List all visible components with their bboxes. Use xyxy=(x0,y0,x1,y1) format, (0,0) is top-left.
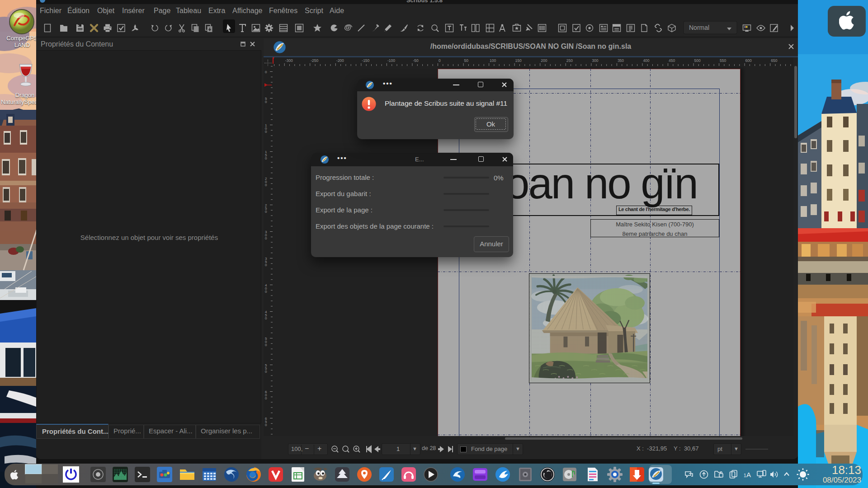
svg-text:0: 0 xyxy=(265,70,267,74)
svg-text:350: 350 xyxy=(618,58,624,63)
svg-text:-300: -300 xyxy=(285,58,293,63)
svg-text:300: 300 xyxy=(592,58,598,63)
svg-text:0: 0 xyxy=(265,156,267,160)
svg-text:400: 400 xyxy=(643,58,649,63)
svg-text:A: A xyxy=(746,471,751,479)
svg-text:0: 0 xyxy=(265,100,267,104)
svg-text:450: 450 xyxy=(669,58,675,63)
svg-text:0: 0 xyxy=(265,210,267,214)
svg-text:0: 0 xyxy=(265,183,267,187)
svg-text:0: 0 xyxy=(265,236,267,240)
svg-text:250: 250 xyxy=(566,58,573,63)
svg-text:-150: -150 xyxy=(362,58,369,63)
svg-text:500: 500 xyxy=(694,58,701,63)
svg-text:650: 650 xyxy=(771,58,777,63)
svg-text:0: 0 xyxy=(439,58,441,63)
svg-text:550: 550 xyxy=(720,58,726,63)
svg-text:0: 0 xyxy=(265,343,267,347)
svg-text:-50: -50 xyxy=(413,58,419,63)
svg-text:-200: -200 xyxy=(336,58,344,63)
svg-text:200: 200 xyxy=(541,58,547,63)
svg-text:50: 50 xyxy=(464,58,469,63)
svg-text:Normal: Normal xyxy=(689,24,709,31)
svg-text:0: 0 xyxy=(265,316,267,320)
svg-text:600: 600 xyxy=(745,58,752,63)
svg-text:0: 0 xyxy=(265,423,267,427)
svg-text:150: 150 xyxy=(515,58,522,63)
svg-text:-250: -250 xyxy=(311,58,318,63)
svg-text:0: 0 xyxy=(265,370,267,374)
svg-text:0: 0 xyxy=(265,130,267,134)
svg-text:0: 0 xyxy=(265,396,267,400)
svg-text:100: 100 xyxy=(490,58,496,63)
svg-text:0: 0 xyxy=(265,290,267,294)
svg-text:-100: -100 xyxy=(387,58,395,63)
svg-text:0: 0 xyxy=(265,263,267,267)
